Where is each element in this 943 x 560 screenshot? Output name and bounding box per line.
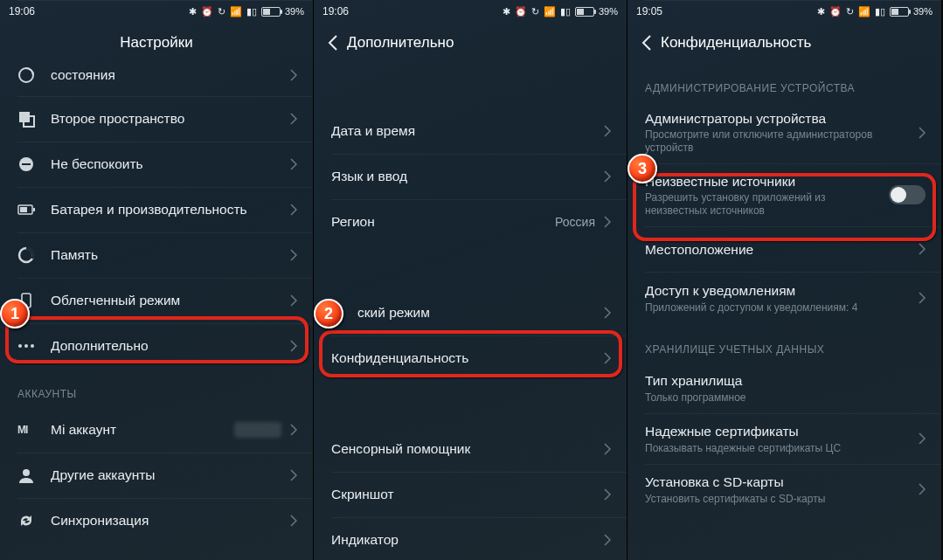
section-accounts: АККАУНТЫ <box>0 369 313 407</box>
chevron-right-icon <box>604 307 611 319</box>
row-additional[interactable]: Дополнительно <box>0 323 313 369</box>
section-credential-storage: ХРАНИЛИЩЕ УЧЕТНЫХ ДАННЫХ <box>628 324 941 363</box>
chevron-right-icon <box>919 127 926 139</box>
svg-point-11 <box>18 344 22 348</box>
chevron-right-icon <box>290 469 297 481</box>
row-privacy[interactable]: Конфиденциальность <box>314 335 627 381</box>
status-icons: ✱⏰↻📶▮▯ 39% <box>817 6 933 17</box>
battery-pct: 39% <box>913 6 933 17</box>
status-icons: ✱⏰↻📶▮▯ 39% <box>503 6 618 17</box>
row-value: Россия <box>555 215 595 229</box>
chevron-right-icon <box>604 125 611 137</box>
row-device-admins[interactable]: Администраторы устройства Просмотрите ил… <box>628 101 941 163</box>
row-location[interactable]: Местоположение <box>628 226 941 272</box>
row-indicator[interactable]: Индикатор <box>314 517 627 560</box>
status-icons: ✱ ⏰ ↻ 📶 ▮▯ 39% <box>189 6 304 17</box>
blurred-value <box>234 422 281 438</box>
row-lite-mode[interactable]: Облегченный режим <box>0 278 313 323</box>
chevron-right-icon <box>290 294 297 307</box>
chevron-right-icon <box>919 243 926 255</box>
battery-perf-icon <box>17 204 51 216</box>
step-badge-1: 1 <box>0 299 30 328</box>
step-badge-2: 2 <box>314 299 343 328</box>
row-touch-assist[interactable]: Сенсорный помощник <box>314 426 627 472</box>
battery-pct: 39% <box>285 6 304 17</box>
row-sync[interactable]: Синхронизация <box>0 498 313 543</box>
chevron-right-icon <box>604 488 611 501</box>
row-mode-partial[interactable]: ский режим <box>314 290 627 335</box>
row-label: Индикатор <box>331 531 604 548</box>
chevron-right-icon <box>290 424 297 436</box>
row-label: Установка с SD-карты <box>645 474 919 490</box>
row-install-sd[interactable]: Установка с SD-карты Установить сертифик… <box>628 464 941 515</box>
chevron-right-icon <box>919 292 926 304</box>
row-storage-type: Тип хранилища Только программное <box>628 363 941 413</box>
chevron-right-icon <box>290 158 297 170</box>
chevron-right-icon <box>919 432 926 445</box>
battery-icon <box>575 7 594 17</box>
row-unknown-sources[interactable]: Неизвестные источники Разрешить установк… <box>628 163 941 226</box>
row-second-space[interactable]: Второе пространство <box>0 96 313 142</box>
row-label: Батарея и производительность <box>51 201 290 218</box>
row-region[interactable]: Регион Россия <box>314 199 627 245</box>
status-bar: 19:05 ✱⏰↻📶▮▯ 39% <box>628 0 941 23</box>
chevron-right-icon <box>290 340 297 352</box>
chevron-right-icon <box>604 216 611 228</box>
row-label: Регион <box>331 213 555 230</box>
more-icon <box>17 343 51 349</box>
row-dnd[interactable]: Не беспокоить <box>0 142 313 187</box>
back-button[interactable] <box>641 35 661 51</box>
battery-icon <box>261 7 281 17</box>
page-title: Настройки <box>120 34 192 52</box>
clock: 19:05 <box>636 5 662 17</box>
row-label: Сенсорный помощник <box>331 440 604 457</box>
other-accounts-icon <box>17 467 51 484</box>
row-label: Местоположение <box>645 241 919 258</box>
chevron-right-icon <box>290 515 297 527</box>
titlebar: Настройки <box>0 23 313 63</box>
row-sub: Разрешить установку приложений из неизве… <box>645 191 889 218</box>
titlebar: Дополнительно <box>314 23 627 63</box>
row-sub: Просмотрите или отключите администраторо… <box>645 128 919 155</box>
row-label: Память <box>51 246 290 263</box>
row-other-accounts[interactable]: Другие аккаунты <box>0 453 313 498</box>
row-label: Тип хранилища <box>645 372 926 389</box>
row-memory[interactable]: Память <box>0 232 313 278</box>
chevron-right-icon <box>604 534 611 546</box>
battery-icon <box>890 7 909 17</box>
row-battery-perf[interactable]: Батарея и производительность <box>0 187 313 232</box>
status-icon <box>17 66 51 84</box>
chevron-right-icon <box>919 483 926 495</box>
row-label: Администраторы устройства <box>645 110 919 127</box>
sync-icon <box>17 512 51 529</box>
row-label: Mi аккаунт <box>51 421 234 438</box>
back-button[interactable] <box>328 35 347 51</box>
row-label: Конфиденциальность <box>331 349 604 366</box>
row-trusted-certs[interactable]: Надежные сертификаты Показывать надежные… <box>628 413 941 464</box>
row-sub: Приложений с доступом к уведомлениям: 4 <box>645 301 919 315</box>
phone-screen-1: 19:06 ✱ ⏰ ↻ 📶 ▮▯ 39% Настройки состояния… <box>0 0 314 560</box>
row-label: ский режим <box>331 304 604 321</box>
row-label: Доступ к уведомлениям <box>645 282 919 299</box>
row-status[interactable]: состояния <box>0 63 313 96</box>
row-sub: Показывать надежные сертификаты ЦС <box>645 442 919 455</box>
svg-point-12 <box>24 344 28 348</box>
row-tail <box>889 185 926 204</box>
step-badge-3: 3 <box>628 154 657 183</box>
row-screenshot[interactable]: Скриншот <box>314 472 627 517</box>
row-label: Скриншот <box>331 486 604 502</box>
phone-screen-2: 19:06 ✱⏰↻📶▮▯ 39% Дополнительно Дата и вр… <box>314 0 628 560</box>
row-date-time[interactable]: Дата и время <box>314 108 627 154</box>
row-mi-account[interactable]: MI Mi аккаунт <box>0 407 313 453</box>
row-label: Облегченный режим <box>51 292 290 308</box>
row-tail <box>234 422 297 438</box>
phone-screen-3: 19:05 ✱⏰↻📶▮▯ 39% Конфиденциальность АДМИ… <box>628 0 941 560</box>
chevron-right-icon <box>290 113 297 125</box>
row-label: Дата и время <box>331 122 604 139</box>
row-label: Надежные сертификаты <box>645 423 919 439</box>
clock: 19:06 <box>322 5 349 17</box>
battery-pct: 39% <box>599 6 618 17</box>
row-lang-input[interactable]: Язык и ввод <box>314 154 627 199</box>
toggle-unknown-sources[interactable] <box>889 185 926 204</box>
row-notification-access[interactable]: Доступ к уведомлениям Приложений с досту… <box>628 272 941 324</box>
